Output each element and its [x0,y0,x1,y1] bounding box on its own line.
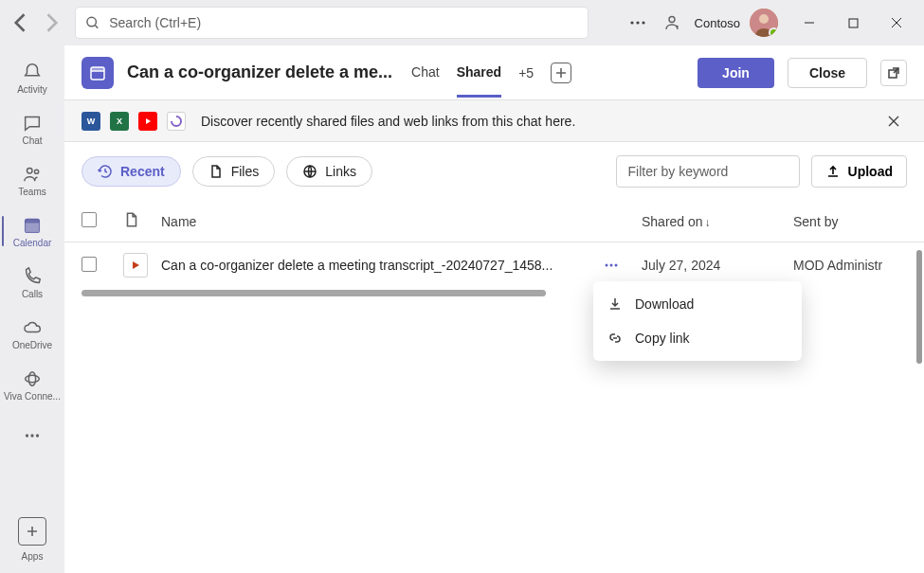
sent-by-value: MOD Administr [793,258,907,273]
menu-label: Copy link [635,331,690,346]
window-maximize-button[interactable] [833,8,873,38]
pill-label: Recent [120,164,165,179]
svg-point-9 [27,168,33,173]
vertical-scrollbar[interactable] [916,250,922,364]
file-name: Can a co-organizer delete a meeting tran… [161,258,598,273]
rail-teams[interactable]: Teams [2,155,63,205]
search-input[interactable] [109,15,578,30]
rail-label: Teams [18,187,45,197]
col-shared-on[interactable]: Shared on↓ [642,214,793,229]
horizontal-scrollbar[interactable] [82,290,546,296]
col-sent-by[interactable]: Sent by [793,214,907,229]
rail-label: Chat [22,135,42,146]
banner-text: Discover recently shared files and web l… [201,114,575,129]
svg-rect-20 [91,67,104,71]
svg-rect-8 [849,19,858,27]
context-menu: Download Copy link [593,281,802,361]
chat-header: Can a co-organizer delete a me... Chat S… [64,45,924,100]
shared-on-value: July 27, 2024 [642,258,793,273]
table-header: Name Shared on↓ Sent by [64,201,924,242]
tenant-name: Contoso [695,16,740,30]
presence-available-icon [769,27,778,37]
nav-forward-button[interactable] [38,9,64,36]
pill-label: Files [231,164,260,179]
row-checkbox[interactable] [82,257,97,272]
pill-links[interactable]: Links [286,156,372,187]
svg-point-14 [26,375,40,382]
rail-apps-button[interactable] [18,517,46,546]
svg-point-24 [610,264,613,267]
tabs-overflow-count[interactable]: +5 [518,65,534,81]
banner-close-button[interactable] [880,108,907,134]
menu-download[interactable]: Download [593,287,802,321]
svg-point-15 [28,371,35,385]
upload-label: Upload [848,164,893,179]
svg-rect-13 [26,223,40,232]
svg-point-4 [669,17,675,23]
close-button[interactable]: Close [788,58,867,88]
select-all-checkbox[interactable] [82,212,97,227]
svg-point-23 [606,264,608,267]
svg-point-2 [636,21,639,24]
pill-label: Links [325,164,356,179]
svg-point-17 [30,434,33,437]
svg-point-7 [759,14,769,24]
rail-label: Viva Conne... [4,391,61,402]
more-icon[interactable] [623,8,653,38]
loop-icon [167,112,186,131]
svg-point-3 [642,21,644,24]
rail-chat[interactable]: Chat [2,104,63,153]
menu-copy-link[interactable]: Copy link [593,321,802,355]
svg-point-25 [615,264,618,267]
search-box[interactable] [76,8,588,38]
svg-point-1 [630,21,633,24]
rail-onedrive[interactable]: OneDrive [2,309,63,358]
upload-icon [825,164,841,179]
svg-point-16 [26,434,28,437]
window-close-button[interactable] [877,8,916,38]
rail-calendar[interactable]: Calendar [2,206,63,256]
tab-shared[interactable]: Shared [457,47,501,98]
rail-activity[interactable]: Activity [2,53,63,102]
file-type-icon [123,211,140,228]
avatar[interactable] [750,9,778,37]
rail-calls[interactable]: Calls [2,258,63,307]
chat-title: Can a co-organizer delete a me... [127,63,392,82]
join-button[interactable]: Join [698,58,774,88]
rail-apps-label: Apps [22,551,44,562]
youtube-icon [138,112,157,131]
video-file-icon [123,253,148,278]
people-icon[interactable] [657,8,687,38]
rail-viva[interactable]: Viva Conne... [2,360,63,409]
add-tab-button[interactable] [551,63,571,83]
popout-icon[interactable] [880,60,907,86]
pill-recent[interactable]: Recent [82,156,181,187]
svg-point-0 [87,17,97,27]
svg-point-18 [36,434,39,437]
svg-point-10 [34,170,38,173]
col-name[interactable]: Name [161,214,598,229]
menu-label: Download [635,296,694,312]
title-bar: Contoso [0,0,924,45]
word-icon: W [82,112,100,131]
rail-label: Calls [22,289,43,299]
filter-row: Recent Files Links Upload [64,142,924,201]
calendar-badge-icon [82,57,114,89]
row-more-button[interactable] [598,252,625,278]
pill-files[interactable]: Files [192,156,276,187]
svg-point-5 [676,26,678,27]
app-rail: Activity Chat Teams Calendar Calls OneDr… [0,45,64,573]
filter-input[interactable] [616,155,800,188]
nav-back-button[interactable] [8,9,34,36]
rail-more[interactable] [2,411,63,460]
tab-chat[interactable]: Chat [411,47,440,98]
rail-label: Activity [17,84,47,95]
rail-label: OneDrive [12,340,52,350]
excel-icon: X [110,112,129,131]
upload-button[interactable]: Upload [811,155,907,188]
sort-desc-icon: ↓ [705,216,711,229]
rail-label: Calendar [13,238,52,248]
search-icon [85,15,100,30]
window-minimize-button[interactable] [789,8,829,38]
info-banner: W X Discover recently shared files and w… [64,100,924,142]
